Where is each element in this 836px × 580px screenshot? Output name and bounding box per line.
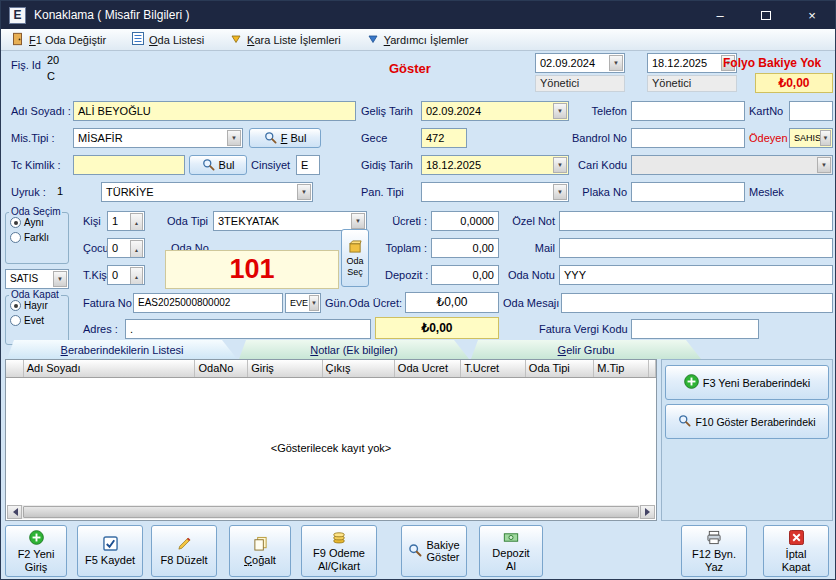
f2-yeni-giris-button[interactable]: F2 Yeni Giriş bbox=[5, 525, 67, 577]
menu-item-oda-listesi[interactable]: Oda Listesi bbox=[132, 32, 204, 47]
menu-item-oda-degistir[interactable]: F1 Oda Değiştir bbox=[11, 32, 106, 48]
scroll-left-button[interactable] bbox=[7, 505, 22, 519]
oda-kapat-title: Oda Kapat bbox=[9, 289, 61, 300]
menu-item-yardimci[interactable]: Yardımcı İşlemler bbox=[367, 33, 469, 47]
depozit-al-button[interactable]: Depozit Al bbox=[479, 525, 543, 577]
column-header[interactable]: Oda Tipi bbox=[526, 360, 594, 377]
cari-kodu-label: Cari Kodu bbox=[521, 158, 627, 172]
telefon-input[interactable] bbox=[631, 101, 745, 121]
scroll-right-button[interactable] bbox=[640, 505, 655, 519]
horizontal-scrollbar[interactable] bbox=[7, 505, 655, 519]
minimize-button[interactable]: – bbox=[697, 1, 743, 29]
stepper-buttons[interactable] bbox=[130, 267, 143, 283]
column-header[interactable]: Giriş bbox=[248, 360, 322, 377]
radio-evet[interactable]: Evet bbox=[10, 315, 65, 326]
f-bul-button[interactable]: F Bul bbox=[249, 128, 321, 148]
close-button[interactable]: × bbox=[789, 1, 835, 29]
column-header[interactable]: OdaNo bbox=[195, 360, 248, 377]
f3-button-label: F3 Yeni Beraberindeki bbox=[703, 377, 811, 389]
f3-yeni-beraberindeki-button[interactable]: F3 Yeni Beraberindeki bbox=[665, 365, 829, 400]
fis-id-value: 20 bbox=[47, 54, 59, 66]
fatura-vergi-input[interactable] bbox=[631, 319, 759, 339]
mail-input[interactable] bbox=[559, 238, 833, 258]
oda-mesaji-input[interactable] bbox=[561, 293, 833, 313]
stepper-buttons[interactable] bbox=[130, 240, 143, 256]
tab-notlar[interactable]: Notlar (Ek bilgiler) bbox=[239, 340, 469, 359]
uyruk-value: 1 bbox=[57, 185, 63, 197]
f12-beyan-yaz-button[interactable]: F12 Byn. Yaz bbox=[681, 525, 747, 577]
button-label: Çoğalt bbox=[244, 554, 276, 566]
tab-beraberindekiler[interactable]: Beraberindekilerin Listesi bbox=[7, 340, 237, 359]
menu-item-kara-liste[interactable]: Kara Liste İşlemleri bbox=[230, 33, 341, 47]
telefon-label: Telefon bbox=[521, 104, 627, 118]
column-header[interactable]: M.Tip bbox=[594, 360, 649, 377]
f8-duzelt-button[interactable]: F8 Düzelt bbox=[151, 525, 217, 577]
pan-tipi-label: Pan. Tipi bbox=[361, 185, 404, 199]
bul-button[interactable]: Bul bbox=[189, 155, 247, 175]
chevron-down-icon bbox=[297, 184, 311, 200]
column-header[interactable]: Oda Ucret bbox=[395, 360, 461, 377]
tkisi-stepper[interactable]: 0 bbox=[107, 265, 145, 285]
menu-item-label: Oda Listesi bbox=[149, 34, 204, 46]
toplam-input[interactable]: 0,00 bbox=[431, 238, 499, 258]
column-header[interactable]: T.Ucret bbox=[461, 360, 526, 377]
adi-soyadi-input[interactable]: ALİ BEYOĞLU bbox=[73, 101, 356, 121]
radio-farkli[interactable]: Farklı bbox=[10, 232, 65, 243]
oda-notu-input[interactable]: YYY bbox=[559, 265, 833, 285]
stepper-buttons[interactable] bbox=[130, 213, 143, 229]
f9-odeme-button[interactable]: F9 Odeme Al/Çıkart bbox=[301, 525, 377, 577]
tc-kimlik-input[interactable] bbox=[73, 155, 185, 175]
depozit-input[interactable]: 0,00 bbox=[431, 265, 499, 285]
f5-kaydet-button[interactable]: F5 Kaydet bbox=[77, 525, 143, 577]
add-icon bbox=[684, 374, 699, 391]
radio-evet-label: Evet bbox=[24, 315, 44, 326]
mis-tipi-select[interactable]: MİSAFİR bbox=[73, 128, 243, 148]
ozel-not-input[interactable] bbox=[559, 211, 833, 231]
cocuk-stepper[interactable]: 0 bbox=[107, 238, 145, 258]
companions-table: Adı Soyadı OdaNo Giriş Çıkış Oda Ucret T… bbox=[5, 359, 657, 521]
period-start-select[interactable]: 02.09.2024 bbox=[535, 53, 625, 73]
tab-gelir-grubu[interactable]: Gelir Grubu bbox=[471, 340, 701, 359]
adres-input[interactable]: . bbox=[125, 319, 371, 339]
chevron-down-icon bbox=[309, 295, 319, 311]
button-label: F12 Byn. bbox=[692, 548, 736, 560]
kisi-stepper[interactable]: 1 bbox=[107, 211, 145, 231]
goster-label: Göster bbox=[389, 61, 431, 76]
printer-icon bbox=[706, 530, 722, 547]
column-header[interactable]: Adı Soyadı bbox=[24, 360, 196, 377]
satis-select[interactable]: SATIS bbox=[5, 269, 69, 289]
gece-input[interactable]: 472 bbox=[421, 128, 467, 148]
coins-icon bbox=[331, 530, 347, 546]
oda-sec-button[interactable]: Oda Seç bbox=[341, 229, 369, 287]
title-bar: E Konaklama ( Misafir Bilgileri ) – × bbox=[1, 1, 835, 29]
button-label: Depozit bbox=[492, 547, 529, 559]
column-header[interactable]: Çıkış bbox=[323, 360, 395, 377]
gun-oda-ucret-input[interactable]: ₺0,00 bbox=[405, 292, 499, 313]
operator-end: Yönetici bbox=[647, 75, 737, 92]
plaka-input[interactable] bbox=[631, 182, 745, 202]
bakiye-goster-button[interactable]: Bakiye Göster bbox=[401, 525, 467, 577]
iptal-kapat-button[interactable]: İptal Kapat bbox=[763, 525, 829, 577]
kartno-input[interactable] bbox=[789, 101, 833, 121]
oda-tipi-select[interactable]: 3TEKYATAK bbox=[213, 211, 367, 231]
odeyen-select[interactable]: SAHIS bbox=[789, 128, 833, 148]
cogalt-button[interactable]: Çoğalt bbox=[229, 525, 291, 577]
tkisi-label: T.Kişi bbox=[83, 268, 109, 282]
scrollbar-thumb[interactable] bbox=[23, 506, 639, 518]
fatura-combo-select[interactable]: EVE bbox=[285, 293, 321, 313]
fatura-no-input[interactable]: EAS2025000800002 bbox=[133, 293, 283, 313]
radio-ayni[interactable]: Aynı bbox=[10, 217, 65, 228]
cari-kodu-select[interactable] bbox=[631, 155, 833, 175]
cinsiyet-input[interactable]: E bbox=[296, 155, 320, 175]
oda-tipi-label: Oda Tipi bbox=[167, 214, 208, 228]
button-label: Yaz bbox=[705, 561, 723, 573]
chevron-down-icon bbox=[817, 157, 831, 173]
bandrol-input[interactable] bbox=[631, 128, 745, 148]
f10-goster-beraberindeki-button[interactable]: F10 Göster Beraberindeki bbox=[665, 404, 829, 439]
uyruk-country-select[interactable]: TÜRKİYE bbox=[101, 182, 313, 202]
radio-hayir[interactable]: Hayır bbox=[10, 300, 65, 311]
ucreti-input[interactable]: 0,0000 bbox=[431, 211, 499, 231]
maximize-button[interactable] bbox=[743, 1, 789, 29]
close-icon: × bbox=[808, 8, 816, 23]
search-icon bbox=[202, 158, 215, 173]
